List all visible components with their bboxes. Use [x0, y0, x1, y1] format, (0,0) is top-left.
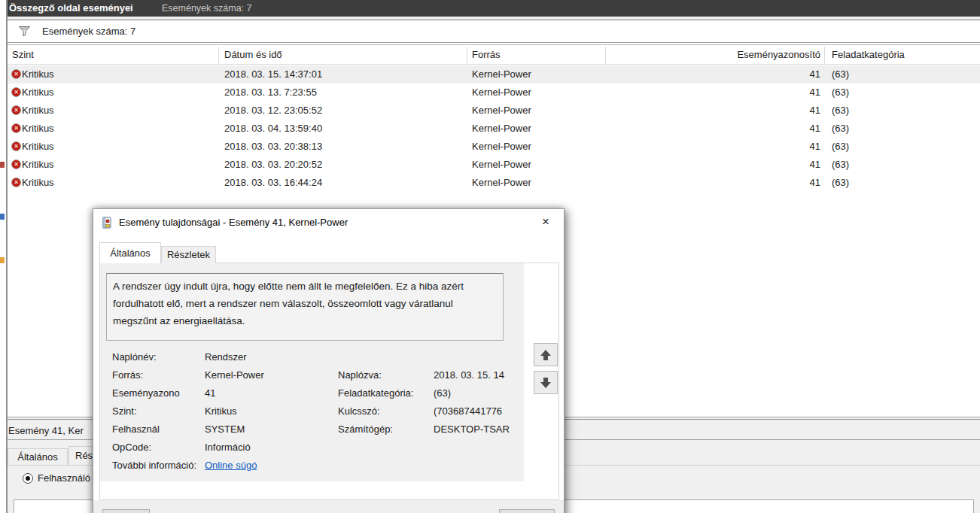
column-header-level[interactable]: Szint: [12, 45, 34, 65]
previous-event-button[interactable]: [534, 343, 558, 366]
tree-icon-fragment: [0, 257, 5, 263]
event-count-label: Események száma: 7: [162, 0, 252, 17]
row-eventid: 41: [605, 156, 820, 174]
critical-icon: ✕: [11, 123, 21, 133]
event-description-box[interactable]: A rendszer úgy indult újra, hogy előtte …: [106, 273, 504, 341]
field-value: Kernel-Power: [205, 366, 264, 384]
field-value: SYSTEM: [205, 420, 245, 439]
field-value: (63): [434, 384, 451, 402]
field-label: Naplózva:: [338, 366, 382, 384]
field-label: További információ:: [112, 457, 196, 475]
row-datetime: 2018. 03. 03. 20:20:52: [224, 156, 322, 174]
friendly-view-radio-label: Felhasználó: [38, 472, 90, 485]
column-divider[interactable]: [218, 47, 219, 64]
arrow-up-icon: [540, 350, 551, 360]
event-viewer-window: Összegző oldal eseményei Események száma…: [0, 0, 980, 513]
table-row[interactable]: ✕ Kritikus 2018. 03. 15. 14:37:01 Kernel…: [8, 65, 980, 83]
dialog-tab-details[interactable]: Részletek: [161, 246, 216, 263]
copy-button-partial[interactable]: [102, 509, 150, 513]
row-eventid: 41: [605, 65, 820, 83]
row-taskcategory: (63): [832, 156, 849, 174]
critical-icon: ✕: [11, 141, 21, 151]
row-level: Kritikus: [22, 174, 54, 192]
field-value: DESKTOP-TSAR: [434, 420, 510, 439]
summary-header-bar: Összegző oldal eseményei Események száma…: [2, 0, 980, 17]
row-taskcategory: (63): [832, 174, 849, 192]
column-header-taskcategory[interactable]: Feladatkategória: [832, 45, 905, 65]
row-level: Kritikus: [22, 65, 54, 83]
dialog-title: Esemény tulajdonságai - Esemény 41, Kern…: [119, 209, 348, 236]
row-source: Kernel-Power: [472, 174, 531, 192]
event-properties-icon: [101, 217, 113, 229]
filter-funnel-icon: [18, 26, 31, 37]
row-datetime: 2018. 03. 15. 14:37:01: [224, 65, 322, 83]
table-row[interactable]: ✕ Kritikus 2018. 03. 13. 7:23:55 Kernel-…: [8, 83, 980, 102]
arrow-down-icon: [540, 378, 551, 388]
table-row[interactable]: ✕ Kritikus 2018. 03. 03. 20:38:13 Kernel…: [8, 138, 980, 156]
row-eventid: 41: [605, 102, 820, 120]
close-button-partial[interactable]: [499, 509, 555, 513]
close-icon[interactable]: ×: [534, 209, 558, 236]
row-eventid: 41: [605, 174, 820, 192]
column-header-eventid[interactable]: Eseményazonosító: [605, 45, 820, 65]
row-source: Kernel-Power: [472, 156, 531, 174]
tree-icon-fragment: [0, 162, 5, 168]
table-row[interactable]: ✕ Kritikus 2018. 03. 03. 20:20:52 Kernel…: [8, 156, 980, 174]
critical-icon: ✕: [11, 178, 21, 187]
field-value: Rendszer: [205, 348, 247, 366]
column-divider[interactable]: [605, 47, 606, 64]
row-taskcategory: (63): [832, 102, 849, 120]
field-label: Felhasznál: [112, 420, 160, 439]
column-divider[interactable]: [824, 47, 825, 64]
field-label: Kulcsszó:: [338, 402, 380, 420]
field-label: Feladatkategória:: [338, 384, 413, 402]
critical-icon: ✕: [11, 105, 21, 115]
column-divider[interactable]: [467, 47, 467, 64]
table-row[interactable]: ✕ Kritikus 2018. 03. 12. 23:05:52 Kernel…: [8, 102, 980, 120]
row-source: Kernel-Power: [472, 120, 531, 138]
field-value: Információ: [205, 439, 251, 457]
table-row[interactable]: ✕ Kritikus 2018. 03. 04. 13:59:40 Kernel…: [8, 120, 980, 138]
row-source: Kernel-Power: [472, 138, 531, 156]
field-value: Kritikus: [205, 402, 237, 420]
field-label: Forrás:: [112, 366, 143, 384]
row-source: Kernel-Power: [472, 83, 531, 102]
row-level: Kritikus: [22, 120, 54, 138]
next-event-button[interactable]: [534, 371, 558, 394]
row-taskcategory: (63): [832, 65, 849, 83]
left-panel-edge: [0, 0, 8, 513]
row-level: Kritikus: [22, 156, 54, 174]
row-datetime: 2018. 03. 13. 7:23:55: [224, 83, 317, 102]
filter-summary-text: Események száma: 7: [42, 20, 135, 42]
field-value: 2018. 03. 15. 14: [434, 366, 504, 384]
row-eventid: 41: [605, 120, 820, 138]
dialog-button-strip: [93, 500, 564, 513]
critical-icon: ✕: [11, 69, 21, 79]
row-taskcategory: (63): [832, 83, 849, 102]
critical-icon: ✕: [11, 159, 21, 169]
friendly-view-radio[interactable]: [23, 473, 33, 484]
dialog-titlebar[interactable]: Esemény tulajdonságai - Esemény 41, Kern…: [93, 209, 564, 236]
field-label: Szint:: [112, 402, 137, 420]
table-row[interactable]: ✕ Kritikus 2018. 03. 03. 16:44:24 Kernel…: [8, 174, 980, 192]
preview-pane-title: Esemény 41, Ker: [8, 423, 84, 439]
row-eventid: 41: [605, 138, 820, 156]
event-properties-dialog: Esemény tulajdonságai - Esemény 41, Kern…: [93, 208, 565, 513]
field-value: (703687441776: [434, 402, 502, 420]
column-header-datetime[interactable]: Dátum és idő: [224, 45, 282, 65]
row-datetime: 2018. 03. 03. 20:38:13: [224, 138, 322, 156]
filter-bar: Események száma: 7: [8, 20, 980, 43]
row-eventid: 41: [605, 83, 820, 102]
dialog-tab-general[interactable]: Általános: [99, 242, 161, 263]
row-level: Kritikus: [22, 102, 54, 120]
online-help-link[interactable]: Online súgó: [205, 457, 257, 475]
field-label: Naplónév:: [112, 348, 157, 366]
field-label: Eseményazono: [112, 384, 180, 402]
field-label: OpCode:: [112, 439, 151, 457]
field-value: 41: [205, 384, 215, 402]
row-source: Kernel-Power: [472, 65, 531, 83]
row-datetime: 2018. 03. 04. 13:59:40: [224, 120, 322, 138]
column-header-source[interactable]: Forrás: [472, 45, 501, 65]
row-taskcategory: (63): [832, 120, 849, 138]
preview-tab-general[interactable]: Általános: [8, 448, 68, 465]
